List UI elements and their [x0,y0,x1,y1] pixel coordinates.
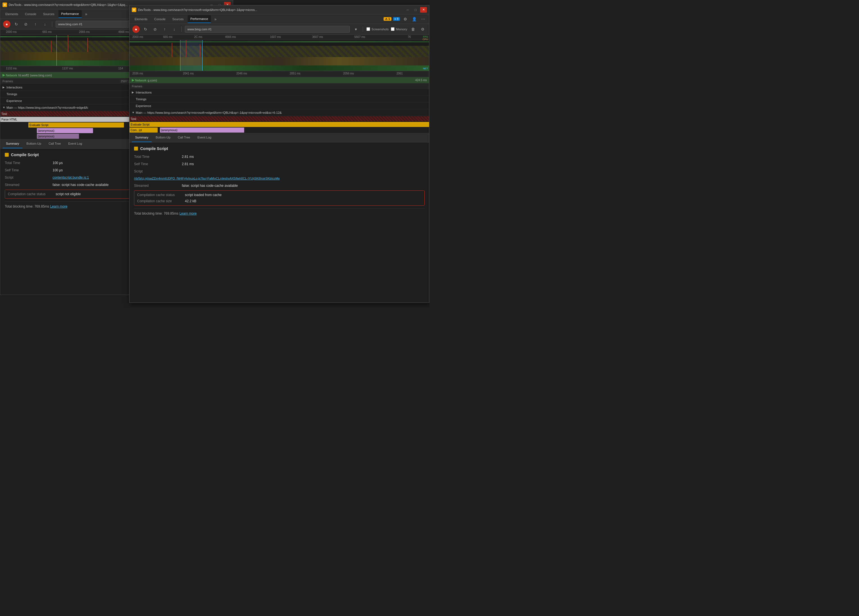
toolbar-sep-2b [363,27,363,32]
btab-bottomup-2[interactable]: Bottom-Up [152,133,174,142]
memory-checkbox[interactable] [391,27,395,31]
frames-label-1: Frames [3,80,25,83]
timeline-ruler-2: 2000 ms 665 ms 2C ms 4666 ms 1607 ms 360… [130,34,429,40]
url-dropdown-btn-2[interactable]: ▾ [352,26,359,33]
btab-summary-1[interactable]: Summary [3,139,22,148]
stop-btn-1[interactable]: ⊘ [22,20,30,28]
summary-title-text-2: Compile Script [140,147,168,151]
cache-status-row-2: Compilation cache status script loaded f… [137,192,422,198]
screenshots-cb-group: Screenshots [366,27,389,31]
btab-calltree-1[interactable]: Call Tree [45,139,64,148]
summary-title-2: Compile Script [134,147,425,151]
upload-btn-1[interactable]: ↑ [32,20,39,28]
settings-btn-2b[interactable]: ⚙ [419,26,426,33]
tick2-76: 76 [408,35,411,39]
anon-block-2b: (anonymous) [160,128,244,133]
expand-icon-main-2: ▼ [132,111,136,114]
cache-status-key-2: Compilation cache status [137,192,185,198]
total-time-val-1: 100 μs [53,161,62,165]
expand-network-1[interactable]: ▶ [3,73,5,77]
script-link-2[interactable]: /rb/5i/cj.nj/swZZm4mmIUDPO_fW4Fr4vIvuxLo… [134,176,280,181]
experience-label-1: Experience [6,99,22,103]
tab-more-btn-1[interactable]: » [83,11,90,17]
anon-label-2: (anonymous) [38,135,54,138]
expand-icon-main-1: ▼ [3,106,6,109]
btab-summary-label-1: Summary [6,142,19,145]
close-btn-2[interactable]: ✕ [420,7,427,12]
tab-label: Performance [61,12,79,16]
tab-console-1[interactable]: Console [22,10,39,18]
screenshots-checkbox[interactable] [366,27,370,31]
btab-eventlog-1[interactable]: Event Log [65,139,86,148]
compile-label-2: Com...ipt [131,129,142,132]
tab-elements-1[interactable]: Elements [3,10,21,18]
download-btn-1[interactable]: ↓ [41,20,48,28]
btab-summary-2[interactable]: Summary [132,133,152,142]
more-btn-2[interactable]: ⋯ [420,16,427,23]
learn-more-link-1[interactable]: Learn more [50,204,67,208]
tab-performance-1[interactable]: Performance [58,10,82,18]
memory-cb-group: Memory [391,27,407,31]
script-link-1[interactable]: contentscript.bundle.js:1 [53,175,89,180]
streamed-key-2: Streamed [134,183,182,188]
task-label-1: Task [2,112,7,115]
minimize-btn-2[interactable]: ─ [405,7,411,12]
cache-status-val-2: script loaded from cache [185,192,222,198]
experience-row-2[interactable]: Experience [130,103,429,109]
timeline-area-2[interactable]: 2000 ms 665 ms 2C ms 4666 ms 1607 ms 360… [130,34,429,71]
total-blocking-2: Total blocking time: 769.85ms Learn more [134,208,425,215]
record-btn-1[interactable]: ● [3,20,10,28]
settings-btn-2[interactable]: ⚙ [401,16,409,23]
summary-color-icon-1 [5,153,9,157]
timings-row-2[interactable]: Timings [130,96,429,103]
btab-bottomup-label-2: Bottom-Up [156,136,170,139]
expand-network-2[interactable]: ▶ [132,78,134,82]
cpu-hatch-2 [130,46,429,57]
tab-sources-1[interactable]: Sources [40,10,57,18]
tab-bar-2: Elements Console Sources Performance » ⚠… [130,14,429,24]
delete-btn-2[interactable]: 🗑 [409,26,417,33]
tick2-1607: 1607 ms [270,35,281,39]
record-btn-2[interactable]: ● [132,26,140,33]
refresh-btn-1[interactable]: ↻ [12,20,20,28]
interactions-row-2[interactable]: ▶ Interactions [130,89,429,96]
download-btn-2[interactable]: ↓ [170,26,178,33]
eval-script-label-1: Evaluate Script [30,123,48,127]
maximize-btn-2[interactable]: □ [412,7,419,12]
tab-console-2[interactable]: Console [151,15,168,23]
rtick2-2041: 2041 ms [183,72,194,75]
expand-icon-experience-1 [3,99,6,102]
refresh-btn-2[interactable]: ↻ [142,26,149,33]
cpu-bar-2 [130,57,429,65]
compile-block-2: Com...ipt [130,128,158,133]
eval-row-2: Evaluate Script [130,122,429,127]
cache-status-key-1: Compilation cache status [8,192,56,196]
expand-icon-experience-2 [132,104,136,107]
tab-sources-2[interactable]: Sources [169,15,186,23]
tab-label: Elements [5,12,18,16]
main-section-2[interactable]: ▼ Main — https://www.bing.com/search?q=m… [130,109,429,116]
memory-label: Memory [396,28,407,31]
tick2-3607: 3607 ms [312,35,323,39]
upload-btn-2[interactable]: ↑ [161,26,168,33]
user-btn-2[interactable]: 👤 [411,16,418,23]
toolbar-sep-1 [52,21,52,27]
main-label-2: Main — https://www.bing.com/search?q=mic… [136,111,281,114]
tab-more-btn-2[interactable]: » [212,16,219,22]
total-time-key-1: Total Time [5,161,53,165]
frames-row-2: Frames [130,83,429,89]
url-input-2[interactable] [185,26,350,33]
btab-eventlog-2[interactable]: Event Log [194,133,215,142]
total-blocking-val-2: 769.85ms [164,212,178,215]
tab-elements-2[interactable]: Elements [132,15,150,23]
ruler2-2: 2036 ms 2041 ms 2046 ms 2051 ms 2056 ms … [130,71,429,77]
summary-panel-2: Compile Script Total Time 2.81 ms Self T… [130,142,429,219]
learn-more-link-2[interactable]: Learn more [179,212,197,215]
tab-label: Console [25,12,36,16]
btab-calltree-2[interactable]: Call Tree [175,133,194,142]
network-file-1: ht.woff2 (www.bing.com) [18,73,52,77]
btab-bottomup-1[interactable]: Bottom-Up [23,139,45,148]
stop-btn-2[interactable]: ⊘ [151,26,159,33]
tab-performance-2[interactable]: Performance [188,15,211,23]
selection-region-2 [180,40,203,71]
